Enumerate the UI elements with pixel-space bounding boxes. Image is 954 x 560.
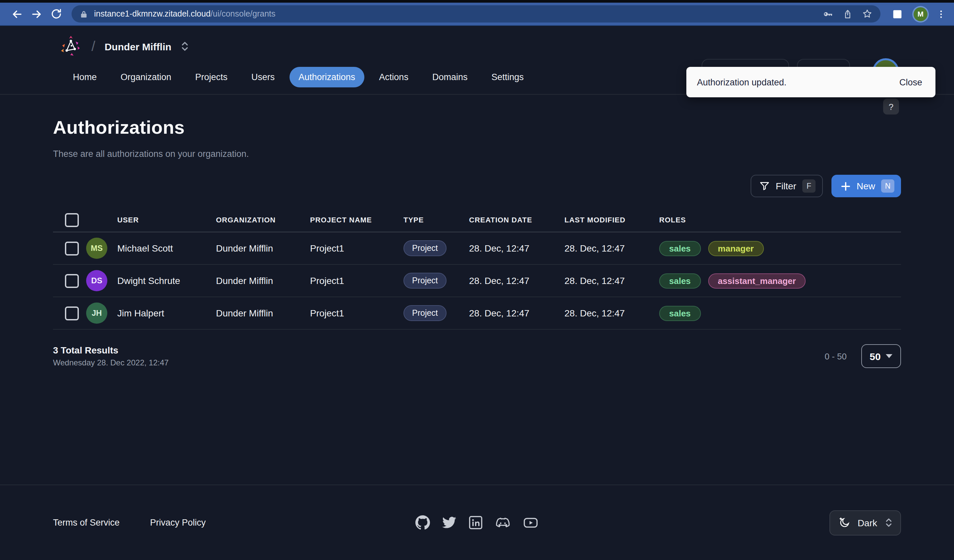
github-icon[interactable] <box>415 515 430 530</box>
cell-user: Dwight Schrute <box>117 275 216 286</box>
toast-message: Authorization updated. <box>697 77 786 87</box>
cell-organization: Dunder Mifflin <box>216 275 310 286</box>
tab-home[interactable]: Home <box>64 67 106 87</box>
avatar: DS <box>86 270 108 291</box>
role-badge: sales <box>659 305 701 321</box>
page-range: 0 - 50 <box>825 351 847 361</box>
linkedin-icon[interactable] <box>468 515 483 530</box>
forward-icon[interactable] <box>26 8 46 20</box>
type-badge: Project <box>404 305 447 321</box>
cell-user: Jim Halpert <box>117 308 216 318</box>
col-type: TYPE <box>404 216 469 224</box>
table-row[interactable]: DS Dwight Schrute Dunder Mifflin Project… <box>53 265 901 297</box>
page-title: Authorizations <box>53 117 901 138</box>
new-shortcut-badge: N <box>881 179 894 193</box>
type-badge: Project <box>404 240 447 256</box>
main-content: Authorizations These are all authorizati… <box>0 95 954 368</box>
avatar: JH <box>86 302 108 324</box>
app-window: instance1-dkmnzw.zitadel.cloud/ui/consol… <box>0 0 954 560</box>
cell-created: 28. Dec, 12:47 <box>469 275 564 286</box>
cell-organization: Dunder Mifflin <box>216 243 310 254</box>
cell-user: Michael Scott <box>117 243 216 254</box>
tab-domains[interactable]: Domains <box>423 67 477 87</box>
lock-icon <box>80 9 88 18</box>
theme-label: Dark <box>857 517 877 528</box>
updown-chevron-icon <box>885 518 892 527</box>
zitadel-logo[interactable] <box>58 34 83 58</box>
type-badge: Project <box>404 273 447 289</box>
browser-toolbar: instance1-dkmnzw.zitadel.cloud/ui/consol… <box>0 3 954 26</box>
toast-close-button[interactable]: Close <box>899 77 922 87</box>
avatar: MS <box>86 238 108 259</box>
col-roles: ROLES <box>659 216 901 224</box>
reload-icon[interactable] <box>46 8 66 20</box>
col-creation-date: CREATION DATE <box>469 216 564 224</box>
cell-project: Project1 <box>310 308 404 318</box>
tab-users[interactable]: Users <box>242 67 284 87</box>
discord-icon[interactable] <box>494 515 511 530</box>
role-badge: manager <box>708 241 764 256</box>
terms-of-service-link[interactable]: Terms of Service <box>53 518 120 527</box>
org-name: Dunder Mifflin <box>104 41 171 52</box>
url-path: /ui/console/grants <box>210 9 276 19</box>
browser-tabstrip <box>0 0 954 3</box>
cell-organization: Dunder Mifflin <box>216 308 310 318</box>
col-user: USER <box>117 216 216 224</box>
console-header: / Dunder Mifflin Home Organization Proje… <box>0 26 954 95</box>
table-header: USER ORGANIZATION PROJECT NAME TYPE CREA… <box>53 208 901 232</box>
page-size-value: 50 <box>870 350 881 362</box>
address-bar[interactable]: instance1-dkmnzw.zitadel.cloud/ui/consol… <box>72 5 881 22</box>
share-icon[interactable] <box>843 9 853 19</box>
theme-selector[interactable]: Dark <box>830 510 901 535</box>
col-project-name: PROJECT NAME <box>310 216 404 224</box>
twitter-icon[interactable] <box>441 515 457 530</box>
moon-icon <box>839 516 851 529</box>
org-switcher[interactable]: Dunder Mifflin <box>104 41 189 52</box>
dropdown-arrow-icon <box>886 354 893 358</box>
tab-settings[interactable]: Settings <box>482 67 533 87</box>
results-timestamp: Wednesday 28. Dec 2022, 12:47 <box>53 358 168 367</box>
youtube-icon[interactable] <box>522 515 539 530</box>
page-subtitle: These are all authorizations on your org… <box>53 149 901 159</box>
back-icon[interactable] <box>7 8 26 20</box>
updown-chevron-icon <box>181 41 189 51</box>
browser-menu-icon[interactable] <box>934 9 947 19</box>
tab-authorizations[interactable]: Authorizations <box>289 67 364 87</box>
url-host: instance1-dkmnzw.zitadel.cloud <box>94 9 210 19</box>
select-all-checkbox[interactable] <box>65 213 79 227</box>
cell-created: 28. Dec, 12:47 <box>469 308 564 318</box>
page-footer: Terms of Service Privacy Policy <box>0 485 954 560</box>
role-badge: sales <box>659 273 701 288</box>
bookmark-star-icon[interactable] <box>862 9 873 19</box>
browser-profile-avatar[interactable]: M <box>913 7 928 21</box>
table-row[interactable]: JH Jim Halpert Dunder Mifflin Project1 P… <box>53 297 901 330</box>
col-organization: ORGANIZATION <box>216 216 310 224</box>
new-button[interactable]: New N <box>831 175 901 197</box>
cell-created: 28. Dec, 12:47 <box>469 243 564 254</box>
cell-modified: 28. Dec, 12:47 <box>564 243 659 254</box>
password-key-icon[interactable] <box>823 9 834 19</box>
cell-project: Project1 <box>310 275 404 286</box>
tab-projects[interactable]: Projects <box>186 67 237 87</box>
row-checkbox[interactable] <box>65 241 79 255</box>
role-badge: sales <box>659 241 701 256</box>
tab-actions[interactable]: Actions <box>369 67 418 87</box>
filter-button[interactable]: Filter F <box>751 175 823 197</box>
new-label: New <box>857 181 875 191</box>
filter-icon <box>759 181 770 191</box>
row-checkbox[interactable] <box>65 274 79 288</box>
total-results: 3 Total Results <box>53 345 168 355</box>
sidepanel-icon[interactable] <box>887 8 907 20</box>
cell-modified: 28. Dec, 12:47 <box>564 308 659 318</box>
filter-label: Filter <box>776 181 797 191</box>
role-badge: assistant_manager <box>708 273 806 288</box>
page-size-select[interactable]: 50 <box>861 344 901 368</box>
cell-project: Project1 <box>310 243 404 254</box>
col-last-modified: LAST MODIFIED <box>564 216 659 224</box>
filter-shortcut-badge: F <box>802 179 815 193</box>
tab-organization[interactable]: Organization <box>111 67 181 87</box>
row-checkbox[interactable] <box>65 306 79 320</box>
privacy-policy-link[interactable]: Privacy Policy <box>150 518 206 527</box>
help-button[interactable]: ? <box>883 99 899 115</box>
table-row[interactable]: MS Michael Scott Dunder Mifflin Project1… <box>53 232 901 265</box>
